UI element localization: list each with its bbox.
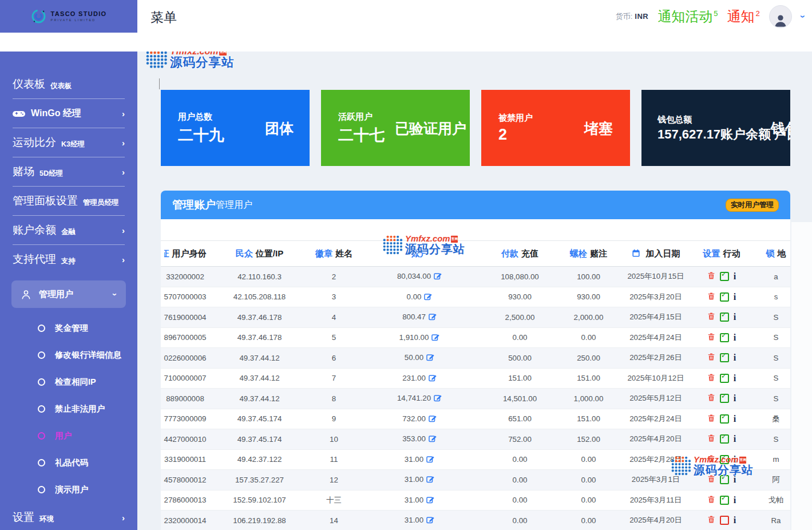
recharge-cell: 0.00	[481, 490, 559, 511]
sidebar-subitem-奖金管理[interactable]: 奖金管理	[0, 315, 137, 342]
card-active-users[interactable]: 活跃用户二十七 已验证用户	[321, 90, 470, 166]
delete-button[interactable]	[707, 414, 715, 424]
sidebar-item-label: 运动比分	[13, 135, 56, 150]
column-header-link[interactable]: 螺栓	[570, 248, 587, 258]
column-header-link[interactable]: 设置	[703, 248, 720, 258]
column-header-2: 徽章姓名	[310, 241, 358, 267]
info-button[interactable]: i	[734, 496, 736, 505]
edit-balance-button[interactable]	[431, 333, 440, 343]
info-button[interactable]: i	[734, 333, 736, 342]
account-menu-chevron-icon[interactable]: ›	[797, 15, 807, 18]
join-date-cell: 2025年2月24日	[619, 409, 693, 429]
info-button[interactable]: i	[734, 353, 736, 362]
brand-logo-box[interactable]: TASCO STUDIO PRIVATE LIMITED	[0, 0, 137, 33]
delete-button[interactable]	[707, 353, 715, 363]
edit-balance-button[interactable]	[434, 271, 442, 282]
sidebar-item-4[interactable]: 管理面板设置管理员经理	[0, 187, 137, 215]
info-button[interactable]: i	[734, 313, 736, 322]
verify-checkbox[interactable]: ✓	[720, 496, 729, 505]
verify-checkbox[interactable]: ✓	[720, 394, 729, 403]
verify-checkbox[interactable]: ✓	[720, 374, 729, 383]
sidebar-item-manage-users[interactable]: 管理用户›	[11, 280, 126, 308]
user-avatar[interactable]	[769, 5, 792, 28]
sidebar-item-2[interactable]: 运动比分K3经理›	[0, 128, 137, 157]
card-total-users[interactable]: 用户总数二十九 团体	[161, 90, 310, 166]
verify-checkbox[interactable]: ✓	[720, 353, 729, 362]
column-header-link[interactable]: 锁	[766, 248, 775, 258]
live-user-management-button[interactable]: 实时用户管理	[726, 199, 779, 212]
card-wallet-total[interactable]: 钱包总额 157,627.17账户余额 卢比 钱包	[641, 90, 790, 166]
delete-button[interactable]	[707, 495, 715, 505]
delete-button[interactable]	[707, 333, 715, 343]
verify-checkbox[interactable]: ✓	[720, 272, 729, 281]
info-button[interactable]: i	[734, 434, 736, 444]
delete-button[interactable]	[707, 292, 715, 302]
activity-notifications-link[interactable]: 通知活动5	[657, 7, 718, 26]
bet-cell: 0.00	[559, 470, 619, 491]
edit-icon	[424, 292, 433, 300]
edit-balance-button[interactable]	[424, 292, 433, 302]
column-header-label: 地	[778, 248, 786, 258]
notifications-link[interactable]: 通知2	[727, 7, 759, 26]
sidebar-item-6[interactable]: 支持代理支持›	[0, 245, 137, 274]
sidebar-subitem-禁止非法用户[interactable]: 禁止非法用户	[0, 395, 137, 422]
edit-balance-button[interactable]	[426, 474, 435, 485]
column-header-link[interactable]: 民众	[236, 248, 253, 258]
edit-balance-button[interactable]	[426, 454, 435, 465]
edit-balance-button[interactable]	[429, 434, 437, 444]
edit-balance-button[interactable]	[434, 393, 442, 404]
join-date-cell: 2025年4月20日	[619, 429, 693, 450]
sidebar-subitem-用户[interactable]: 用户	[0, 422, 137, 449]
name-cell: S	[750, 429, 790, 450]
verify-checkbox[interactable]	[720, 516, 729, 525]
panel-title-sub: 管理用户	[216, 199, 252, 211]
verify-checkbox[interactable]: ✓	[720, 333, 729, 342]
delete-button[interactable]	[707, 271, 715, 282]
info-button[interactable]: i	[734, 394, 736, 403]
edit-balance-button[interactable]	[429, 414, 437, 424]
verify-checkbox[interactable]: ✓	[720, 475, 729, 484]
sidebar-item-0[interactable]: 仪表板仪表板	[0, 70, 137, 98]
info-button[interactable]: i	[734, 516, 736, 525]
actions-cell: ✓i	[693, 389, 750, 409]
sidebar-item-15[interactable]: 设置环境›	[0, 503, 137, 530]
sidebar-item-5[interactable]: 账户余额金融›	[0, 216, 137, 244]
edit-balance-button[interactable]	[426, 515, 435, 525]
verify-checkbox[interactable]: ✓	[720, 292, 729, 302]
navbar-right: 货币:INR 通知活动5 通知2 ›	[616, 0, 804, 33]
info-button[interactable]: i	[734, 414, 736, 424]
sidebar-subitem-演示用户[interactable]: 演示用户	[0, 476, 137, 503]
info-button[interactable]: i	[734, 475, 736, 484]
column-header-link[interactable]: 证	[164, 248, 169, 259]
edit-balance-button[interactable]	[426, 353, 435, 363]
info-button[interactable]: i	[734, 292, 736, 302]
delete-button[interactable]	[707, 373, 715, 383]
delete-button[interactable]	[707, 515, 715, 525]
delete-button[interactable]	[707, 434, 715, 444]
info-button[interactable]: i	[734, 272, 736, 281]
sidebar-subitem-修改银行详细信息[interactable]: 修改银行详细信息	[0, 342, 137, 369]
sidebar-subitem-label: 修改银行详细信息	[55, 350, 121, 361]
card-banned-users[interactable]: 被禁用户2 堵塞	[481, 90, 630, 166]
sidebar-subitem-礼品代码[interactable]: 礼品代码	[0, 449, 137, 476]
balance-value: 31.00	[405, 496, 423, 504]
edit-balance-button[interactable]	[426, 495, 435, 505]
column-header-link[interactable]: 徽章	[315, 248, 332, 258]
watermark-text: Ymfxz.com官网源码分享站	[405, 235, 465, 255]
sidebar-item-1[interactable]: WinGo 经理›	[0, 99, 137, 128]
watermark-2: Ymfxz.com官网源码分享站	[671, 456, 754, 476]
verify-checkbox[interactable]: ✓	[720, 313, 729, 322]
sidebar-item-sublabel: 仪表板	[50, 81, 72, 91]
edit-balance-button[interactable]	[429, 373, 437, 383]
sidebar-item-3[interactable]: 赌场5D经理›	[0, 157, 137, 186]
edit-balance-button[interactable]	[429, 312, 437, 322]
verify-checkbox[interactable]: ✓	[720, 434, 729, 444]
delete-button[interactable]	[707, 393, 715, 404]
brand-name: TASCO STUDIO	[51, 11, 107, 17]
sidebar-subitem-检查相同IP[interactable]: 检查相同IP	[0, 369, 137, 395]
user-id-cell: 0226000006	[161, 348, 209, 369]
verify-checkbox[interactable]: ✓	[720, 414, 729, 424]
delete-button[interactable]	[707, 312, 715, 322]
info-button[interactable]: i	[734, 374, 736, 383]
column-header-link[interactable]: 付款	[501, 248, 518, 258]
